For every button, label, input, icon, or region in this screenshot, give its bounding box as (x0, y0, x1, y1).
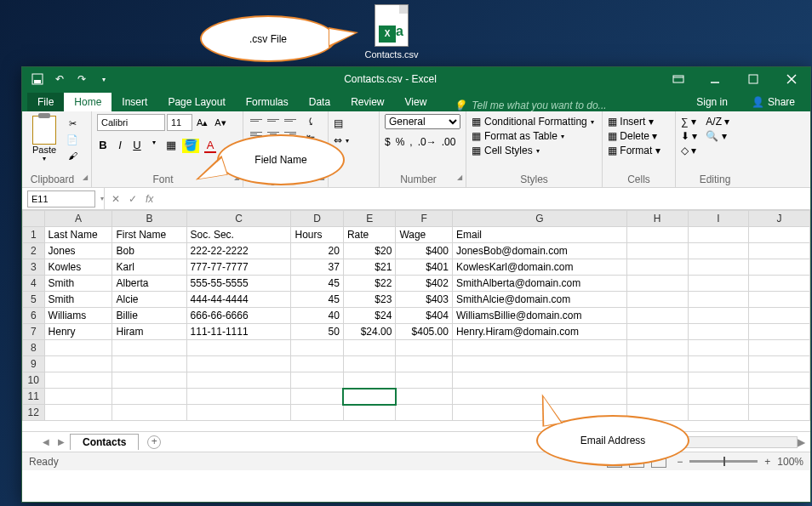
cell[interactable]: Billie (112, 308, 186, 324)
cell[interactable] (626, 356, 688, 372)
cell[interactable] (626, 292, 688, 308)
cell[interactable] (749, 356, 810, 372)
cell[interactable] (44, 372, 112, 389)
cell[interactable] (688, 243, 749, 259)
cell[interactable] (688, 276, 749, 292)
cell[interactable] (186, 356, 291, 372)
cell[interactable] (626, 389, 688, 405)
cell[interactable] (626, 227, 688, 243)
cell[interactable] (396, 356, 453, 372)
tab-view[interactable]: View (395, 93, 437, 111)
cell[interactable] (44, 405, 112, 421)
cell[interactable]: Henry (44, 324, 112, 340)
cell[interactable] (343, 389, 395, 405)
cell[interactable] (688, 227, 749, 243)
redo-icon[interactable]: ↷ (75, 72, 89, 86)
tab-home[interactable]: Home (64, 93, 112, 111)
row-header[interactable]: 12 (23, 405, 45, 421)
clipboard-launcher-icon[interactable]: ◢ (83, 173, 88, 181)
insert-cells-button[interactable]: ▦ Insert ▾ (608, 116, 660, 128)
sheet-tab-contacts[interactable]: Contacts (70, 434, 139, 450)
cell[interactable]: 111-11-1111 (186, 324, 291, 340)
row-header[interactable]: 5 (23, 292, 45, 308)
align-top-icon[interactable] (249, 114, 264, 126)
cell[interactable] (749, 405, 810, 421)
tab-formulas[interactable]: Formulas (236, 93, 299, 111)
format-painter-icon[interactable]: 🖌 (65, 149, 80, 162)
minimize-button[interactable] (695, 67, 734, 91)
undo-icon[interactable]: ↶ (53, 72, 66, 86)
cell[interactable]: Soc. Sec. (186, 227, 291, 243)
cell[interactable] (291, 356, 343, 372)
ribbon-options-icon[interactable] (661, 67, 695, 91)
tab-review[interactable]: Review (340, 93, 394, 111)
cell[interactable] (749, 324, 810, 340)
cell[interactable] (44, 389, 112, 405)
align-bottom-icon[interactable] (283, 114, 298, 126)
cell[interactable]: $24 (343, 308, 395, 324)
increase-decimal-icon[interactable]: .0→ (418, 136, 437, 148)
cell[interactable] (688, 308, 749, 324)
cell[interactable] (343, 356, 395, 372)
select-all-cell[interactable] (23, 211, 45, 227)
row-header[interactable]: 4 (23, 276, 45, 292)
cell[interactable]: First Name (112, 227, 186, 243)
cell[interactable]: $22 (343, 276, 395, 292)
cell[interactable]: Email (452, 227, 626, 243)
cell[interactable]: 37 (291, 259, 343, 276)
cell[interactable] (688, 405, 749, 421)
cell[interactable]: SmithAlcie@domain.com (452, 292, 626, 308)
cell[interactable]: 555-55-5555 (186, 276, 291, 292)
increase-font-icon[interactable]: A▴ (194, 117, 210, 128)
cell[interactable] (186, 372, 291, 389)
cell[interactable] (343, 405, 395, 421)
cell[interactable]: 45 (291, 276, 343, 292)
cell[interactable]: Last Name (44, 227, 112, 243)
cell[interactable] (291, 340, 343, 356)
orientation-icon[interactable]: ⤹ (306, 116, 315, 128)
worksheet-grid[interactable]: ABCDEFGHIJ1Last NameFirst NameSoc. Sec.H… (22, 210, 810, 431)
close-button[interactable] (772, 67, 810, 91)
cell[interactable] (112, 389, 186, 405)
percent-icon[interactable]: % (396, 136, 405, 148)
cell[interactable]: Wage (396, 227, 453, 243)
cell[interactable] (688, 259, 749, 276)
sort-filter-button[interactable]: A/Z ▾ (706, 116, 729, 128)
format-as-table-button[interactable]: ▦Format as Table▾ (472, 130, 597, 142)
cell[interactable]: $24.00 (343, 324, 395, 340)
zoom-slider[interactable] (689, 460, 758, 463)
qat-dropdown-icon[interactable]: ▾ (97, 72, 111, 86)
cell[interactable] (112, 356, 186, 372)
hscroll-right-icon[interactable]: ▶ (798, 436, 805, 448)
cell[interactable] (749, 389, 810, 405)
border-icon[interactable]: ▦ (165, 139, 177, 153)
cell[interactable] (626, 340, 688, 356)
cell[interactable]: 20 (291, 243, 343, 259)
cell-styles-button[interactable]: ▦Cell Styles▾ (472, 145, 597, 156)
cell[interactable] (343, 372, 395, 389)
cell[interactable]: 444-44-4444 (186, 292, 291, 308)
row-header[interactable]: 7 (23, 324, 45, 340)
sheet-nav-next-icon[interactable]: ▶ (54, 437, 68, 446)
cell[interactable] (688, 372, 749, 389)
new-sheet-button[interactable]: + (147, 435, 161, 449)
tab-insert[interactable]: Insert (112, 93, 157, 111)
delete-cells-button[interactable]: ▦ Delete ▾ (608, 130, 660, 142)
name-box[interactable] (27, 190, 95, 208)
cell[interactable] (396, 340, 453, 356)
enter-formula-icon[interactable]: ✓ (129, 193, 137, 205)
cell[interactable] (749, 227, 810, 243)
bold-button[interactable]: B (97, 139, 109, 153)
cancel-formula-icon[interactable]: ✕ (112, 193, 120, 205)
zoom-in-button[interactable]: + (764, 456, 770, 468)
cell[interactable]: 666-66-6666 (186, 308, 291, 324)
cell[interactable] (749, 292, 810, 308)
cell[interactable]: $23 (343, 292, 395, 308)
cell[interactable] (343, 340, 395, 356)
decrease-font-icon[interactable]: A▾ (212, 117, 228, 128)
row-header[interactable]: 6 (23, 308, 45, 324)
currency-icon[interactable]: $ (385, 136, 391, 148)
cell[interactable] (291, 389, 343, 405)
autosum-button[interactable]: ∑ ▾ (681, 116, 697, 128)
cell[interactable]: Jones (44, 243, 112, 259)
